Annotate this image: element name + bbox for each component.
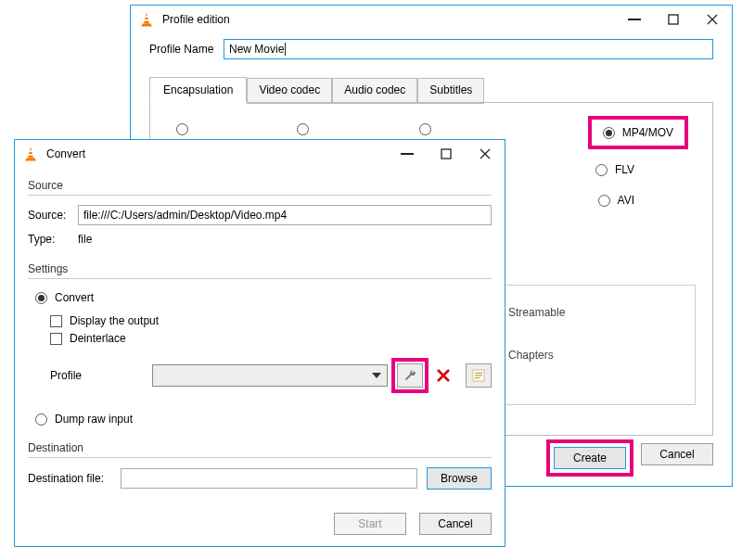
cancel-button[interactable]: Cancel xyxy=(641,443,713,465)
titlebar[interactable]: Profile edition xyxy=(131,6,732,33)
checkbox-display-output[interactable]: Display the output xyxy=(50,314,492,327)
radio-mp4-highlight: MP4/MOV xyxy=(592,120,684,146)
radio-hidden-2[interactable] xyxy=(297,123,309,135)
profile-label: Profile xyxy=(50,369,152,382)
tabs: Encapsulation Video codec Audio codec Su… xyxy=(149,76,713,102)
browse-button[interactable]: Browse xyxy=(427,467,492,490)
edit-profile-button[interactable] xyxy=(397,363,423,388)
wrench-highlight xyxy=(395,362,425,389)
tab-subtitles[interactable]: Subtitles xyxy=(417,78,484,104)
radio-flv[interactable]: FLV xyxy=(590,160,640,179)
checkbox-icon xyxy=(50,315,62,327)
radio-convert[interactable]: Convert xyxy=(30,288,492,307)
convert-window: Convert Source Source: file:///C:/Users/… xyxy=(14,139,505,547)
titlebar[interactable]: Convert xyxy=(15,140,505,168)
svg-rect-4 xyxy=(28,154,33,156)
tab-video-codec[interactable]: Video codec xyxy=(247,78,332,104)
radio-mp4[interactable]: MP4/MOV xyxy=(597,123,679,142)
type-label: Type: xyxy=(28,233,78,246)
settings-group-label: Settings xyxy=(28,262,492,275)
radio-avi-label: AVI xyxy=(618,194,634,207)
svg-rect-8 xyxy=(475,375,482,375)
profile-dropdown[interactable] xyxy=(152,364,388,387)
svg-rect-9 xyxy=(475,377,480,378)
radio-hidden-1[interactable] xyxy=(176,123,188,135)
radio-empty-icon xyxy=(595,164,608,176)
source-label: Source: xyxy=(28,209,78,222)
maximize-button[interactable] xyxy=(427,140,466,168)
close-button[interactable] xyxy=(693,6,732,33)
svg-rect-5 xyxy=(441,149,451,159)
create-button[interactable]: Create xyxy=(554,447,626,469)
svg-rect-7 xyxy=(475,373,482,374)
delete-x-icon xyxy=(437,369,450,382)
new-profile-button[interactable] xyxy=(466,363,492,388)
radio-avi[interactable]: AVI xyxy=(593,191,640,210)
profile-name-value: New Movie xyxy=(229,43,284,56)
radio-dump-raw-label: Dump raw input xyxy=(55,413,133,426)
vlc-icon xyxy=(22,146,39,162)
cancel-button[interactable]: Cancel xyxy=(419,513,492,535)
svg-rect-2 xyxy=(669,15,678,24)
wrench-icon xyxy=(403,368,417,383)
radio-mp4-label: MP4/MOV xyxy=(622,126,673,139)
new-profile-icon xyxy=(471,368,486,383)
checkbox-display-output-label: Display the output xyxy=(70,314,159,327)
checkbox-deinterlace[interactable]: Deinterlace xyxy=(50,332,492,345)
radio-empty-icon xyxy=(598,195,610,207)
profile-name-label: Profile Name xyxy=(149,43,224,56)
radio-flv-label: FLV xyxy=(615,163,634,176)
window-title: Profile edition xyxy=(162,13,615,26)
delete-profile-button[interactable] xyxy=(430,363,456,388)
close-button[interactable] xyxy=(466,140,505,168)
radio-dot-icon xyxy=(603,127,615,139)
svg-rect-0 xyxy=(145,16,149,18)
source-group-label: Source xyxy=(28,179,492,192)
window-title: Convert xyxy=(46,147,388,160)
radio-convert-label: Convert xyxy=(55,291,94,304)
source-value: file:///C:/Users/admin/Desktop/Video.mp4 xyxy=(83,209,287,222)
radio-empty-icon xyxy=(35,414,47,426)
destination-group-label: Destination xyxy=(28,441,492,454)
radio-dump-raw[interactable]: Dump raw input xyxy=(30,410,492,428)
profile-name-input[interactable]: New Movie xyxy=(224,39,713,59)
create-highlight: Create xyxy=(550,443,630,473)
vlc-icon xyxy=(138,11,155,28)
svg-rect-3 xyxy=(29,150,33,152)
svg-rect-1 xyxy=(144,19,149,21)
tab-encapsulation[interactable]: Encapsulation xyxy=(149,77,247,103)
checkbox-icon xyxy=(50,333,62,345)
start-button[interactable]: Start xyxy=(334,513,406,535)
minimize-button[interactable] xyxy=(615,6,654,33)
destination-file-input[interactable] xyxy=(121,468,417,489)
source-input[interactable]: file:///C:/Users/admin/Desktop/Video.mp4 xyxy=(78,205,492,225)
chevron-down-icon xyxy=(372,373,381,378)
tab-audio-codec[interactable]: Audio codec xyxy=(332,78,417,104)
radio-dot-icon xyxy=(35,292,47,304)
radio-hidden-3[interactable] xyxy=(419,123,431,135)
feature-streamable-label: Streamable xyxy=(508,306,565,319)
destination-file-label: Destination file: xyxy=(28,472,121,485)
maximize-button[interactable] xyxy=(654,6,693,33)
minimize-button[interactable] xyxy=(388,140,427,168)
type-value: file xyxy=(78,233,92,246)
feature-chapters-label: Chapters xyxy=(508,349,554,362)
checkbox-deinterlace-label: Deinterlace xyxy=(70,332,126,345)
